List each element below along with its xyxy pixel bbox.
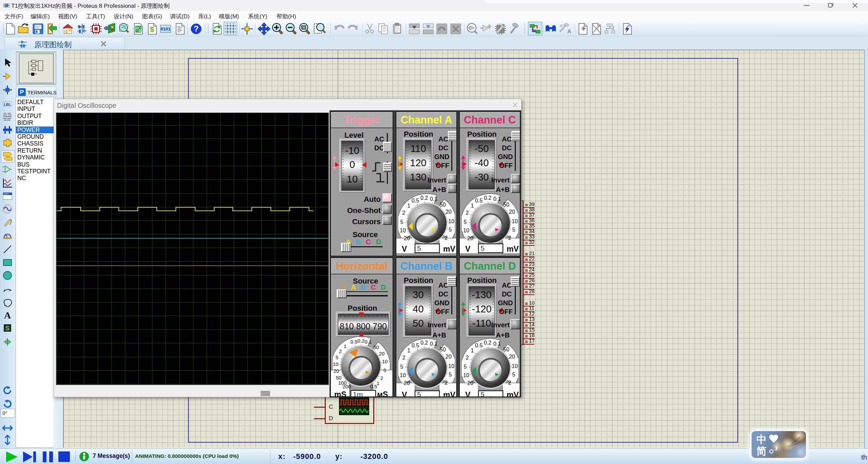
svg-text:20: 20 bbox=[467, 235, 473, 241]
svg-text:20: 20 bbox=[509, 354, 515, 360]
svg-text:2: 2 bbox=[508, 235, 511, 241]
svg-text:0.5: 0.5 bbox=[370, 384, 377, 389]
svg-text:5: 5 bbox=[383, 367, 386, 373]
svg-text:0.2: 0.2 bbox=[420, 195, 428, 201]
svg-text:0.1: 0.1 bbox=[430, 341, 437, 347]
svg-text:50: 50 bbox=[440, 347, 446, 352]
svg-text:0.1: 0.1 bbox=[365, 339, 372, 345]
svg-text:20: 20 bbox=[404, 235, 410, 241]
svg-text:50: 50 bbox=[503, 202, 509, 208]
svg-text:20: 20 bbox=[446, 209, 452, 215]
svg-text:5: 5 bbox=[417, 244, 421, 252]
svg-text:20: 20 bbox=[404, 380, 410, 386]
svg-text:10: 10 bbox=[382, 359, 388, 364]
svg-text:1m: 1m bbox=[353, 390, 363, 397]
svg-text:5: 5 bbox=[464, 364, 467, 370]
svg-text:$: $ bbox=[150, 25, 154, 34]
svg-text:V: V bbox=[465, 390, 471, 397]
svg-text:V: V bbox=[402, 245, 407, 253]
svg-text:0.1: 0.1 bbox=[493, 196, 501, 202]
svg-text:10: 10 bbox=[463, 228, 469, 233]
svg-text:0.5: 0.5 bbox=[475, 343, 483, 348]
svg-text:10: 10 bbox=[333, 361, 339, 367]
svg-text:2: 2 bbox=[508, 380, 511, 386]
svg-text:10: 10 bbox=[512, 363, 518, 369]
svg-text:20: 20 bbox=[334, 368, 339, 374]
svg-text:5: 5 bbox=[417, 390, 421, 397]
svg-text:2: 2 bbox=[466, 210, 469, 216]
svg-text:1: 1 bbox=[471, 203, 474, 209]
svg-text:5: 5 bbox=[512, 372, 515, 378]
svg-text:A: A bbox=[567, 28, 571, 34]
svg-text:10: 10 bbox=[448, 218, 454, 224]
svg-text:A: A bbox=[4, 310, 11, 320]
svg-text:50: 50 bbox=[374, 344, 379, 350]
svg-text:50: 50 bbox=[503, 347, 509, 352]
svg-text:0.2: 0.2 bbox=[484, 340, 491, 346]
svg-text:10: 10 bbox=[448, 363, 454, 369]
svg-text:0.5: 0.5 bbox=[412, 198, 419, 204]
svg-text:2: 2 bbox=[445, 380, 448, 386]
svg-text:0.2: 0.2 bbox=[484, 195, 491, 201]
svg-text:mV: mV bbox=[443, 245, 455, 253]
svg-text:2: 2 bbox=[402, 210, 405, 216]
svg-text:2: 2 bbox=[380, 375, 383, 381]
svg-text:V: V bbox=[402, 390, 407, 397]
svg-text:0.5: 0.5 bbox=[351, 339, 358, 345]
svg-text:200: 200 bbox=[342, 384, 351, 389]
svg-text:0.2: 0.2 bbox=[358, 338, 365, 344]
svg-text:10: 10 bbox=[400, 372, 406, 378]
svg-text:5: 5 bbox=[480, 244, 485, 252]
svg-text:5: 5 bbox=[464, 219, 467, 225]
svg-text:2: 2 bbox=[402, 355, 405, 361]
svg-text:20: 20 bbox=[379, 351, 385, 356]
svg-text:2: 2 bbox=[339, 348, 342, 354]
svg-text:1: 1 bbox=[471, 348, 474, 353]
svg-text:20: 20 bbox=[509, 209, 515, 215]
svg-text:1: 1 bbox=[408, 203, 411, 209]
svg-text:20: 20 bbox=[467, 380, 473, 386]
svg-text:10: 10 bbox=[400, 228, 406, 233]
svg-text:S: S bbox=[5, 325, 10, 332]
svg-text:0.2: 0.2 bbox=[420, 340, 428, 346]
svg-text:10: 10 bbox=[463, 372, 469, 378]
svg-text:0.1: 0.1 bbox=[493, 341, 501, 347]
svg-text:1: 1 bbox=[408, 348, 411, 353]
svg-text:V: V bbox=[465, 245, 471, 253]
svg-text:10: 10 bbox=[512, 218, 518, 224]
svg-text:2: 2 bbox=[466, 355, 469, 361]
svg-text:mV: mV bbox=[507, 245, 519, 253]
svg-text:?: ? bbox=[194, 24, 199, 33]
svg-text:5: 5 bbox=[449, 372, 452, 378]
svg-text:2: 2 bbox=[445, 235, 448, 241]
svg-text:20: 20 bbox=[446, 354, 452, 360]
svg-text:мS: мS bbox=[377, 390, 388, 397]
svg-text:50: 50 bbox=[440, 202, 446, 208]
svg-text:5: 5 bbox=[512, 227, 515, 233]
svg-text:mV: mV bbox=[507, 390, 519, 397]
svg-text:0.5: 0.5 bbox=[412, 343, 419, 348]
svg-text:mV: mV bbox=[443, 390, 455, 397]
svg-text:LBL: LBL bbox=[4, 102, 11, 107]
svg-text:5: 5 bbox=[400, 364, 403, 370]
svg-text:0.1: 0.1 bbox=[430, 196, 437, 202]
svg-text:5: 5 bbox=[400, 219, 403, 225]
svg-text:5: 5 bbox=[449, 227, 452, 233]
svg-text:1: 1 bbox=[344, 343, 346, 349]
svg-text:0.5: 0.5 bbox=[475, 198, 483, 204]
svg-text:mS: mS bbox=[334, 390, 346, 397]
svg-text:5: 5 bbox=[480, 390, 485, 397]
svg-text:5: 5 bbox=[336, 354, 338, 360]
svg-text:0101: 0101 bbox=[161, 26, 171, 32]
